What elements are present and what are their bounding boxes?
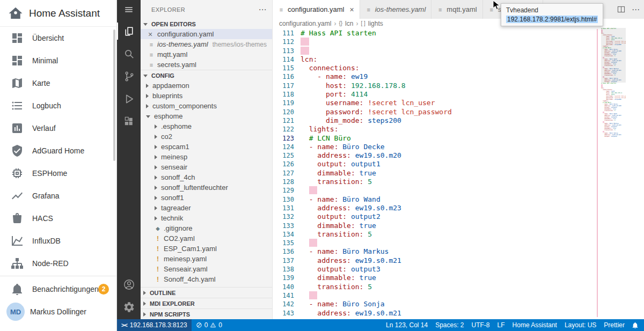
tree-item-.esphome[interactable]: .esphome — [141, 121, 272, 131]
section-label: MDI EXPLORER — [150, 300, 195, 307]
sidebar-item-übersicht[interactable]: Übersicht — [0, 27, 116, 49]
tab-configuration.yaml[interactable]: ≡configuration.yaml× — [273, 0, 360, 19]
sidebar-item-label: InfluxDB — [32, 237, 61, 245]
code-editor[interactable]: 111# Hass API starten112 113 114lcn:115 … — [273, 28, 644, 319]
sidebar-item-node-red[interactable]: Node-RED — [0, 252, 116, 275]
close-icon[interactable]: × — [350, 5, 354, 14]
status-utf-8[interactable]: UTF-8 — [468, 321, 494, 329]
minimap-slider[interactable] — [601, 28, 626, 83]
extensions-icon[interactable] — [117, 110, 141, 133]
status-ln-123-col-14[interactable]: Ln 123, Col 14 — [382, 321, 431, 329]
tree-item-meinesp[interactable]: meinesp — [141, 152, 272, 162]
breadcrumb-item-configuration.yaml[interactable]: configuration.yaml — [279, 20, 331, 27]
sidebar-item-logbuch[interactable]: Logbuch — [0, 94, 116, 117]
open-editor-ios-themes.yaml[interactable]: ≡ios-themes.yamlthemes/ios-themes — [141, 39, 272, 49]
breadcrumb-separator-icon: › — [334, 20, 336, 27]
sidebar-item-grafana[interactable]: Grafana — [0, 185, 116, 207]
status-home-assistant[interactable]: Home Assistant — [509, 321, 561, 329]
minimap[interactable]: # Hass API starten lcn: connections: - n… — [601, 28, 626, 319]
tree-item-esp-cam1.yaml[interactable]: !ESP_Cam1.yaml — [141, 244, 272, 254]
home-assistant-logo-icon[interactable] — [8, 5, 24, 21]
tree-item-.gitignore[interactable]: ◆.gitignore — [141, 223, 272, 233]
tree-item-tagreader[interactable]: tagreader — [141, 203, 272, 213]
debug-icon[interactable] — [117, 87, 141, 110]
sidebar-item-user[interactable]: MD Markus Dollinger — [0, 300, 116, 323]
section-npm-scripts[interactable]: NPM SCRIPTS — [141, 308, 272, 319]
sidebar-item-hacs[interactable]: HACS — [0, 207, 116, 230]
source-control-icon[interactable] — [117, 65, 141, 87]
tree-item-co2.yaml[interactable]: !CO2.yaml — [141, 233, 272, 244]
status-layout-us[interactable]: Layout: US — [561, 321, 600, 329]
breadcrumb-item-lcn[interactable]: lcn — [345, 20, 353, 27]
chevron-right-icon — [143, 291, 146, 295]
views-more-icon[interactable]: ⋯ — [259, 5, 267, 14]
chevron-right-icon — [146, 84, 149, 88]
code-line: 143 address: ew19.s0.m21 — [273, 309, 596, 318]
file-tree: appdaemonblueprintscustom_componentsesph… — [141, 80, 272, 295]
sidebar-item-label: Minimal — [32, 56, 58, 65]
sidebar-item-minimal[interactable]: Minimal — [0, 49, 116, 72]
activity-bar — [117, 0, 141, 319]
ha-sidebar-scrollbar[interactable] — [113, 30, 115, 161]
view-dashboard-icon — [11, 54, 24, 67]
tree-item-meinesp.yaml[interactable]: !meinesp.yaml — [141, 254, 272, 264]
view-dashboard-icon — [11, 32, 24, 45]
sidebar-item-adguard-home[interactable]: AdGuard Home — [0, 139, 116, 162]
sidebar-item-karte[interactable]: Karte — [0, 72, 116, 94]
more-actions-icon[interactable]: ⋯ — [632, 5, 640, 14]
tree-item-senseair[interactable]: senseair — [141, 162, 272, 172]
tab-mqtt.yaml[interactable]: ≡mqtt.yaml — [431, 0, 482, 19]
tree-item-espcam1[interactable]: espcam1 — [141, 142, 272, 152]
status-lf[interactable]: LF — [494, 321, 509, 329]
remote-indicator[interactable]: >< 192.168.178.3:8123 — [117, 319, 192, 331]
symbol-icon: [ ] — [361, 20, 365, 26]
open-editors-header[interactable]: OPEN EDITORS — [141, 19, 272, 29]
sidebar-item-benachrichtigungen[interactable]: Benachrichtigungen 2 — [0, 278, 116, 300]
sidebar-item-esphome[interactable]: ESPHome — [0, 162, 116, 185]
account-icon[interactable] — [117, 273, 141, 296]
open-editor-mqtt.yaml[interactable]: ≡mqtt.yaml — [141, 49, 272, 60]
code-text: # Hass API starten — [301, 29, 376, 38]
breadcrumb-item-lights[interactable]: lights — [368, 20, 383, 27]
open-editor-name: secrets.yaml — [157, 61, 196, 69]
open-editor-configuration.yaml[interactable]: ×configuration.yaml — [141, 29, 272, 39]
menu-icon[interactable] — [117, 2, 141, 18]
split-editor-icon[interactable] — [617, 5, 625, 13]
tree-item-custom-components[interactable]: custom_components — [141, 101, 272, 111]
status-prettier[interactable]: Prettier — [600, 321, 628, 329]
tree-item-sonoff-4ch.yaml[interactable]: !Sonoff_4ch.yaml — [141, 274, 272, 284]
problems-indicator[interactable]: 0 0 — [192, 321, 226, 329]
tree-item-technik[interactable]: technik — [141, 213, 272, 223]
tree-item-sonoff-luftentfeuchter[interactable]: sonoff_luftentfeuchter — [141, 182, 272, 193]
files-icon[interactable] — [117, 20, 141, 42]
close-icon[interactable]: × — [148, 31, 155, 38]
chevron-right-icon — [155, 124, 157, 129]
config-section-header[interactable]: CONFIG — [141, 70, 272, 80]
tree-item-appdaemon[interactable]: appdaemon — [141, 80, 272, 91]
line-number: 143 — [273, 309, 301, 318]
section-outline[interactable]: OUTLINE — [141, 287, 272, 298]
code-text — [301, 291, 317, 300]
search-icon[interactable] — [117, 42, 141, 65]
chevron-right-icon — [155, 135, 157, 139]
sidebar-item-verlauf[interactable]: Verlauf — [0, 117, 116, 139]
section-mdi-explorer[interactable]: MDI EXPLORER — [141, 298, 272, 308]
status-spaces-2[interactable]: Spaces: 2 — [431, 321, 467, 329]
sidebar-item-label: Verlauf — [32, 124, 56, 133]
tree-item-co2[interactable]: co2 — [141, 131, 272, 142]
tree-item-esphome[interactable]: esphome — [141, 111, 272, 121]
code-text: - name: Büro Markus — [301, 247, 389, 256]
tab-ios-themes.yaml[interactable]: ≡ios-themes.yaml — [360, 0, 432, 19]
tree-item-sonoff-4ch[interactable]: sonoff_4ch — [141, 172, 272, 182]
notifications-bell-icon[interactable] — [628, 322, 644, 329]
tree-item-senseair.yaml[interactable]: !Senseair.yaml — [141, 264, 272, 274]
warning-count: 0 — [218, 321, 222, 329]
sidebar-item-influxdb[interactable]: InfluxDB — [0, 230, 116, 252]
tree-item-label: technik — [161, 214, 183, 222]
settings-gear-icon[interactable] — [117, 296, 141, 318]
open-editor-secrets.yaml[interactable]: ≡secrets.yaml — [141, 60, 272, 70]
code-line: 134 transition: 5 — [273, 230, 596, 239]
tree-item-sonoff1[interactable]: sonoff1 — [141, 193, 272, 203]
code-text: address: ew19.s0.m23 — [301, 204, 401, 212]
tree-item-blueprints[interactable]: blueprints — [141, 91, 272, 101]
